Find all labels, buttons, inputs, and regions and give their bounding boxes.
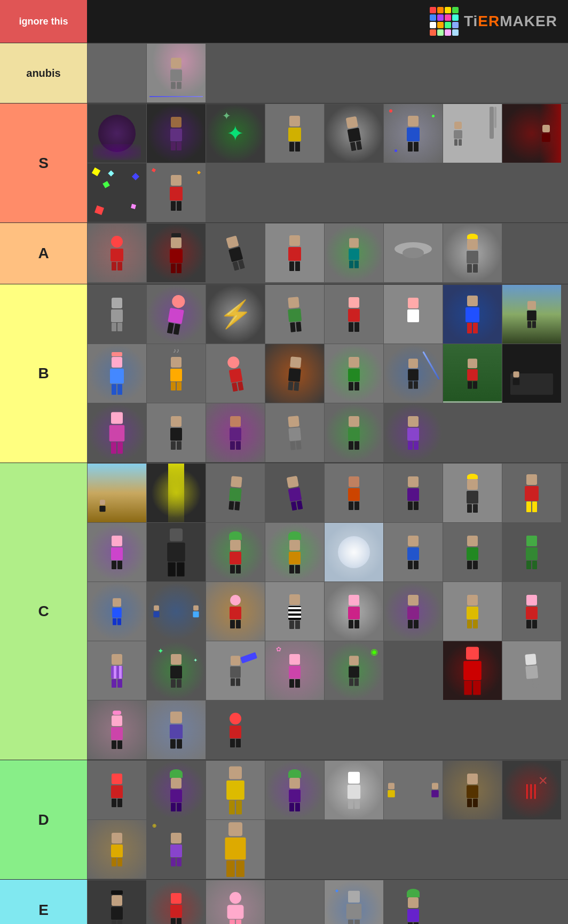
list-item bbox=[502, 104, 561, 163]
list-item bbox=[443, 761, 502, 819]
list-item bbox=[147, 163, 206, 222]
tier-label-b: B bbox=[0, 284, 87, 463]
list-item bbox=[206, 700, 265, 759]
list-item bbox=[443, 104, 502, 163]
list-item bbox=[206, 820, 265, 879]
list-item bbox=[384, 641, 443, 700]
list-item: ◉ bbox=[325, 641, 383, 700]
list-item bbox=[147, 761, 206, 819]
list-item bbox=[325, 464, 383, 522]
list-item bbox=[88, 285, 146, 344]
list-item bbox=[502, 464, 561, 522]
list-item bbox=[265, 344, 324, 403]
list-item bbox=[88, 523, 146, 582]
list-item bbox=[88, 344, 146, 403]
list-item bbox=[265, 582, 324, 641]
list-item bbox=[147, 104, 206, 163]
list-item bbox=[384, 285, 443, 344]
tier-label-a: A bbox=[0, 223, 87, 284]
list-item bbox=[265, 761, 324, 819]
list-item bbox=[206, 761, 265, 819]
list-item bbox=[147, 700, 206, 759]
list-item bbox=[88, 880, 146, 924]
list-item bbox=[384, 344, 443, 403]
tier-label-anubis: anubis bbox=[0, 43, 87, 103]
list-item: ✦ ✦ bbox=[206, 104, 265, 163]
list-item bbox=[265, 464, 324, 522]
list-item bbox=[384, 582, 443, 641]
list-item bbox=[265, 880, 324, 924]
list-item bbox=[325, 344, 383, 403]
tier-row-a: A bbox=[0, 222, 568, 284]
list-item: ◆ bbox=[325, 880, 383, 924]
list-item bbox=[206, 464, 265, 522]
list-item bbox=[384, 104, 443, 163]
list-item bbox=[502, 582, 561, 641]
tier-row-d: D bbox=[0, 760, 568, 879]
list-item bbox=[443, 582, 502, 641]
list-item bbox=[88, 700, 146, 759]
logo-cell bbox=[452, 14, 459, 21]
list-item bbox=[443, 464, 502, 522]
tier-content-anubis bbox=[87, 43, 568, 103]
list-item bbox=[443, 523, 502, 582]
list-item bbox=[147, 285, 206, 344]
logo-cell bbox=[430, 14, 436, 21]
list-item bbox=[206, 523, 265, 582]
list-item bbox=[206, 582, 265, 641]
list-item bbox=[88, 582, 146, 641]
list-item bbox=[443, 641, 502, 700]
list-item bbox=[325, 582, 383, 641]
list-item bbox=[502, 523, 561, 582]
list-item bbox=[206, 880, 265, 924]
list-item bbox=[147, 224, 206, 282]
list-item bbox=[88, 403, 146, 462]
list-item bbox=[147, 582, 206, 641]
list-item bbox=[265, 285, 324, 344]
list-item bbox=[325, 403, 383, 462]
list-item bbox=[206, 641, 265, 700]
list-item bbox=[147, 523, 206, 582]
list-item bbox=[265, 224, 324, 282]
tier-content-b: ⚡ bbox=[87, 284, 568, 463]
tier-row-e: E bbox=[0, 879, 568, 924]
logo-cell bbox=[437, 29, 444, 36]
logo-area: TiERMAKER bbox=[87, 7, 568, 36]
logo-cell bbox=[437, 14, 444, 21]
logo-cell bbox=[452, 29, 459, 36]
tier-row-anubis: anubis bbox=[0, 43, 568, 103]
list-item bbox=[88, 761, 146, 819]
list-item bbox=[384, 224, 443, 282]
list-item bbox=[88, 224, 146, 282]
tiermaker-logo: TiERMAKER bbox=[464, 13, 557, 30]
list-item bbox=[502, 285, 561, 344]
list-item bbox=[384, 880, 443, 924]
logo-cell bbox=[445, 14, 451, 21]
logo-cell bbox=[430, 22, 436, 28]
list-item bbox=[88, 104, 146, 163]
list-item bbox=[265, 523, 324, 582]
tier-content-d: ⫼ × ⊕ bbox=[87, 760, 568, 879]
list-item bbox=[502, 344, 561, 403]
logo-grid-icon bbox=[430, 7, 459, 36]
logo-cell bbox=[445, 22, 451, 28]
list-item bbox=[206, 224, 265, 282]
logo-cell bbox=[445, 7, 451, 13]
list-item: ⫼ × bbox=[502, 761, 561, 819]
list-item: ✿ bbox=[265, 641, 324, 700]
list-item bbox=[206, 344, 265, 403]
tier-row-b: B bbox=[0, 284, 568, 463]
list-item bbox=[265, 104, 324, 163]
list-item bbox=[384, 403, 443, 462]
list-item bbox=[206, 403, 265, 462]
list-item bbox=[502, 641, 561, 700]
list-item bbox=[384, 464, 443, 522]
list-item bbox=[325, 523, 383, 582]
list-item bbox=[88, 820, 146, 879]
tier-label-s: S bbox=[0, 103, 87, 222]
tier-content-s: ✦ ✦ bbox=[87, 103, 568, 222]
logo-cell bbox=[445, 29, 451, 36]
list-item bbox=[206, 163, 567, 222]
logo-cell bbox=[437, 7, 444, 13]
list-item bbox=[443, 224, 502, 282]
